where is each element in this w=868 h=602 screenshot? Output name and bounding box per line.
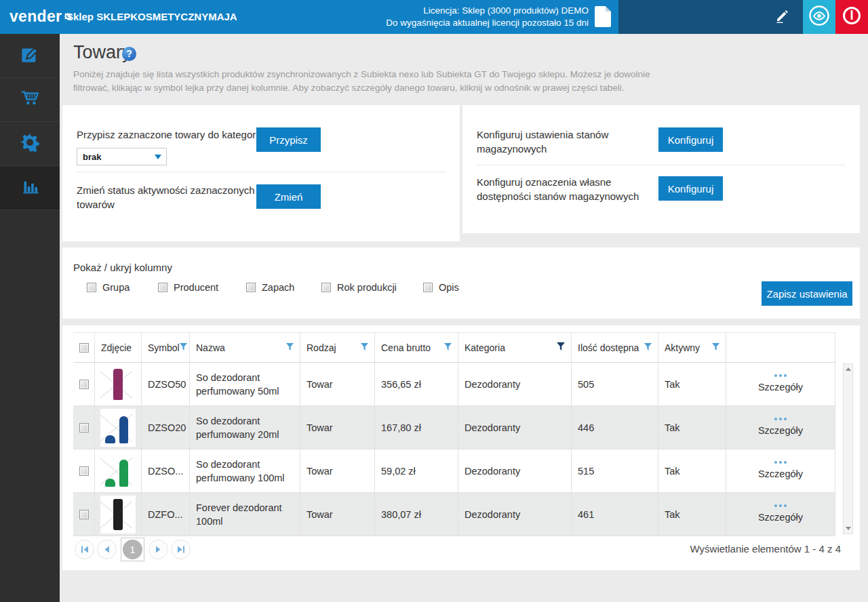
row-checkbox[interactable] bbox=[79, 466, 89, 476]
cell-symbol: DZSO50 bbox=[142, 363, 190, 405]
cell-type: Towar bbox=[300, 493, 375, 536]
vendero-logo[interactable]: vender bbox=[9, 7, 73, 26]
sidebar-item-orders[interactable] bbox=[0, 78, 60, 122]
product-thumbnail bbox=[100, 496, 136, 534]
cell-category: Dezodoranty bbox=[458, 406, 572, 449]
select-all-checkbox[interactable] bbox=[79, 343, 89, 353]
save-settings-button[interactable]: Zapisz ustawienia bbox=[762, 281, 852, 306]
license-document-icon[interactable] bbox=[595, 6, 611, 27]
cell-category: Dezodoranty bbox=[458, 493, 572, 536]
row-menu-ellipsis-icon[interactable] bbox=[774, 374, 787, 377]
row-menu-ellipsis-icon[interactable] bbox=[774, 504, 787, 507]
filter-funnel-icon[interactable] bbox=[361, 342, 368, 353]
col-header-kategoria: Kategoria bbox=[458, 333, 572, 362]
cell-type: Towar bbox=[300, 449, 375, 492]
stock-config-panel: Konfiguruj ustawienia stanów magazynowyc… bbox=[462, 105, 860, 233]
sidebar-item-statistics[interactable] bbox=[0, 166, 60, 210]
checkbox-grupa[interactable]: Grupa bbox=[87, 282, 130, 293]
product-thumbnail bbox=[100, 452, 136, 490]
col-header-nazwa: Nazwa bbox=[190, 333, 300, 362]
row-menu-ellipsis-icon[interactable] bbox=[774, 461, 787, 464]
table-scrollbar[interactable] bbox=[843, 363, 853, 534]
col-header-symbol: Symbol bbox=[142, 333, 190, 362]
eye-preview-icon bbox=[807, 3, 831, 31]
filter-funnel-icon[interactable] bbox=[286, 342, 294, 353]
filter-funnel-icon[interactable] bbox=[644, 342, 652, 353]
checkbox-producent[interactable]: Producent bbox=[158, 282, 218, 293]
row-menu-ellipsis-icon[interactable] bbox=[774, 418, 787, 420]
current-page-number: 1 bbox=[123, 540, 142, 559]
category-select[interactable]: brak bbox=[77, 148, 167, 165]
change-status-button[interactable]: Zmień bbox=[256, 184, 321, 209]
cell-active: Tak bbox=[658, 449, 726, 492]
assign-button[interactable]: Przypisz bbox=[256, 127, 321, 152]
cell-symbol: DZSO20 bbox=[142, 406, 190, 449]
col-header-rodzaj: Rodzaj bbox=[300, 333, 375, 362]
checkbox-zapach[interactable]: Zapach bbox=[246, 282, 294, 293]
checkbox-box[interactable] bbox=[158, 283, 167, 292]
current-page-button[interactable]: 1 bbox=[121, 538, 144, 561]
cell-name: So dezodorant perfumowany 20ml bbox=[190, 406, 300, 449]
pagination: 1 bbox=[75, 538, 193, 561]
checkbox-box[interactable] bbox=[423, 283, 433, 292]
cell-name: Forever dezodorant 100ml bbox=[190, 493, 300, 536]
filter-funnel-icon-active[interactable] bbox=[557, 342, 565, 353]
stock-labels-label: Konfiguruj oznaczenia własne dostępności… bbox=[477, 175, 660, 203]
question-circle-icon[interactable]: ? bbox=[122, 47, 136, 61]
cell-name: So dezodorant perfumowany 100ml bbox=[190, 449, 300, 492]
details-link[interactable]: Szczegóły bbox=[758, 380, 803, 394]
product-thumbnail bbox=[100, 409, 136, 447]
row-checkbox[interactable] bbox=[79, 510, 89, 519]
col-header-cena-brutto: Cena brutto bbox=[375, 333, 458, 362]
details-link[interactable]: Szczegóły bbox=[758, 467, 803, 481]
checkbox-label: Producent bbox=[174, 282, 218, 293]
col-header-zdjecie: Zdjęcie bbox=[95, 333, 142, 362]
first-page-button[interactable] bbox=[75, 540, 94, 559]
gear-icon bbox=[18, 131, 41, 157]
product-thumbnail bbox=[100, 365, 136, 403]
previous-page-button[interactable] bbox=[97, 540, 117, 559]
stock-labels-button[interactable]: Konfiguruj bbox=[658, 176, 723, 201]
checkbox-box[interactable] bbox=[87, 283, 96, 292]
stock-settings-button[interactable]: Konfiguruj bbox=[658, 127, 723, 152]
scroll-down-arrow-icon[interactable] bbox=[846, 527, 851, 530]
columns-panel: Pokaż / ukryj kolumny Grupa Producent Za… bbox=[62, 247, 860, 319]
col-header-aktywny: Aktywny bbox=[658, 333, 726, 362]
sidebar-item-products[interactable] bbox=[0, 34, 60, 78]
license-line-2: Do wygaśnięcia aktualnej licencji pozost… bbox=[317, 17, 589, 29]
edit-shop-button[interactable] bbox=[772, 7, 792, 28]
filter-funnel-icon[interactable] bbox=[712, 342, 719, 353]
logout-button[interactable] bbox=[835, 0, 868, 34]
table-row: DZSO... So dezodorant perfumowany 100ml … bbox=[73, 449, 835, 493]
top-bar: vender Sklep SKLEPKOSMETYCZNYMAJA Licenc… bbox=[0, 0, 868, 34]
details-link[interactable]: Szczegóły bbox=[758, 424, 803, 437]
checkbox-label: Opis bbox=[439, 282, 459, 293]
checkbox-opis[interactable]: Opis bbox=[423, 282, 459, 293]
bulk-actions-panel: Przypisz zaznaczone towary do kategorii … bbox=[62, 105, 460, 241]
scroll-up-arrow-icon[interactable] bbox=[846, 367, 851, 371]
filter-funnel-icon[interactable] bbox=[180, 342, 187, 353]
checkbox-box[interactable] bbox=[246, 283, 256, 292]
table-header-row: Zdjęcie Symbol Nazwa Rodzaj Cena brutto … bbox=[73, 332, 835, 363]
details-link[interactable]: Szczegóły bbox=[758, 510, 803, 524]
cell-active: Tak bbox=[658, 406, 726, 449]
table-row: DZFO... Forever dezodorant 100ml Towar 3… bbox=[73, 493, 835, 536]
row-checkbox[interactable] bbox=[79, 380, 89, 389]
page-description: Poniżej znajduje się lista wszystkich pr… bbox=[73, 68, 670, 95]
cell-type: Towar bbox=[300, 363, 375, 405]
columns-panel-title: Pokaż / ukryj kolumny bbox=[73, 262, 172, 273]
cell-qty: 461 bbox=[572, 493, 658, 536]
sidebar-item-settings[interactable] bbox=[0, 122, 60, 166]
last-page-button[interactable] bbox=[171, 540, 191, 559]
checkbox-box[interactable] bbox=[321, 283, 331, 292]
logo-text: vender bbox=[9, 7, 62, 26]
power-logout-icon bbox=[841, 5, 863, 29]
row-checkbox[interactable] bbox=[79, 423, 89, 433]
next-page-button[interactable] bbox=[149, 540, 168, 559]
preview-shop-button[interactable] bbox=[803, 0, 835, 34]
checkbox-rok-produkcji[interactable]: Rok produkcji bbox=[321, 282, 397, 293]
cell-symbol: DZSO... bbox=[142, 449, 190, 492]
checkbox-label: Rok produkcji bbox=[337, 282, 397, 293]
filter-funnel-icon[interactable] bbox=[444, 342, 452, 353]
chevron-down-icon bbox=[155, 155, 161, 159]
